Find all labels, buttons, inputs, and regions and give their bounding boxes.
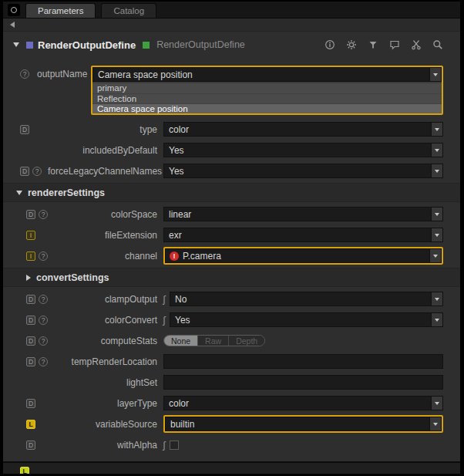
param-row-withAlpha: D withAlpha ʃ — [3, 434, 460, 455]
state-badges: D ? — [26, 357, 54, 366]
outputName-dropdown[interactable]: Camera space position — [92, 67, 442, 82]
tempRenderLocation-input[interactable] — [163, 354, 443, 369]
includedByDefault-value: Yes — [164, 145, 431, 156]
group-label: convertSettings — [36, 272, 109, 283]
fileExtension-dropdown[interactable]: exr — [163, 228, 443, 242]
default-state-badge: D — [26, 399, 35, 408]
outputName-combo-open: Camera space position primary Reflection… — [92, 67, 442, 113]
layerType-dropdown[interactable]: color — [163, 396, 443, 410]
help-badge-icon: ? — [39, 357, 48, 366]
help-badge-icon: ? — [39, 295, 48, 304]
local-state-badge: L — [26, 420, 35, 429]
param-label: tempRenderLocation — [54, 356, 163, 367]
help-badge-icon: ? — [39, 210, 48, 219]
tab-parameters[interactable]: Parameters — [25, 3, 96, 18]
node-icon — [8, 4, 20, 16]
comment-icon[interactable] — [389, 39, 400, 50]
dropdown-arrow-icon[interactable] — [431, 228, 442, 241]
node-status-swatch — [143, 42, 150, 49]
dropdown-arrow-icon[interactable] — [431, 397, 442, 410]
colorConvert-dropdown[interactable]: Yes — [170, 312, 443, 327]
segment-depth[interactable]: Depth — [228, 336, 264, 346]
tab-catalog[interactable]: Catalog — [101, 3, 156, 18]
param-row-lightSet: lightSet — [3, 372, 460, 393]
variableSource-dropdown[interactable]: builtin — [165, 417, 442, 431]
panel-frame: Parameters Catalog RenderOutputDefine Re… — [3, 2, 460, 474]
node-type-label: RenderOutputDefine — [156, 39, 245, 50]
type-dropdown[interactable]: color — [163, 122, 443, 137]
info-icon[interactable] — [324, 39, 335, 50]
filter-icon[interactable] — [368, 39, 378, 50]
error-icon: ! — [170, 252, 179, 261]
includedByDefault-dropdown[interactable]: Yes — [163, 143, 443, 157]
group-convertSettings[interactable]: convertSettings — [3, 268, 460, 287]
lightSet-input[interactable] — [163, 375, 443, 390]
clampOutput-dropdown[interactable]: No — [170, 292, 443, 306]
header-toolbar — [324, 39, 452, 50]
colorConvert-value: Yes — [170, 315, 431, 326]
type-value: color — [164, 124, 431, 135]
clipped-next-row: L — [3, 461, 460, 474]
param-label: outputName — [37, 66, 91, 83]
dropdown-arrow-icon[interactable] — [429, 68, 441, 81]
channel-dropdown[interactable]: ! P.camera — [165, 248, 442, 263]
expression-state-icon: ʃ — [159, 314, 170, 326]
param-row-computeStats: D ? computeStats None Raw Depth — [3, 330, 460, 351]
param-label: lightSet — [54, 377, 163, 388]
withAlpha-checkbox[interactable] — [170, 441, 179, 450]
group-rendererSettings[interactable]: rendererSettings — [3, 183, 460, 202]
group-open-triangle-icon — [16, 191, 22, 195]
group-closed-triangle-icon — [26, 275, 31, 281]
segment-none[interactable]: None — [164, 336, 197, 346]
param-label: colorSpace — [54, 209, 163, 220]
state-badges: ? — [20, 69, 37, 79]
parameters-panel: Parameters Catalog RenderOutputDefine Re… — [0, 0, 464, 476]
segment-raw[interactable]: Raw — [197, 336, 228, 346]
colorSpace-value: linear — [164, 209, 431, 220]
gear-icon[interactable] — [346, 39, 357, 50]
back-arrow-icon[interactable] — [10, 22, 15, 28]
dropdown-option-selected[interactable]: Camera space position — [92, 103, 442, 113]
outputName-option-list: primary Reflection Camera space position — [92, 82, 442, 113]
help-badge-icon: ? — [39, 336, 48, 346]
param-label: layerType — [54, 398, 163, 409]
param-row-outputName: ? outputName Camera space position prima… — [3, 66, 460, 115]
node-title: RenderOutputDefine — [38, 39, 136, 51]
state-badges: D — [20, 125, 48, 134]
param-label: channel — [54, 251, 163, 262]
param-label: includedByDefault — [48, 145, 163, 156]
help-badge-icon: ? — [39, 252, 48, 261]
state-badges: I ? — [26, 252, 54, 261]
local-state-badge: L — [20, 467, 29, 474]
channel-value: P.camera — [179, 251, 429, 262]
search-icon[interactable] — [432, 39, 443, 50]
dropdown-arrow-icon[interactable] — [429, 249, 441, 262]
default-state-badge: D — [26, 295, 35, 304]
colorSpace-dropdown[interactable]: linear — [163, 207, 443, 221]
state-badges: D — [26, 399, 54, 408]
incoming-state-badge: I — [26, 231, 35, 240]
help-badge-icon: ? — [32, 167, 42, 176]
dropdown-arrow-icon[interactable] — [429, 417, 441, 430]
collapse-triangle-icon[interactable] — [13, 42, 19, 47]
dropdown-arrow-icon[interactable] — [431, 143, 442, 157]
variableSource-highlight: builtin — [163, 415, 443, 433]
layerType-value: color — [164, 398, 431, 409]
param-label: fileExtension — [54, 230, 163, 241]
clampOutput-value: No — [170, 294, 431, 305]
history-bar — [3, 19, 460, 32]
forceLegacyChannelNames-dropdown[interactable]: Yes — [163, 164, 443, 178]
default-state-badge: D — [26, 336, 35, 346]
dropdown-arrow-icon[interactable] — [431, 292, 442, 306]
dropdown-arrow-icon[interactable] — [431, 164, 442, 177]
dropdown-arrow-icon[interactable] — [431, 123, 442, 136]
state-badges: D — [26, 441, 54, 450]
shears-icon[interactable] — [411, 39, 422, 50]
param-label: variableSource — [54, 419, 163, 430]
dropdown-arrow-icon[interactable] — [431, 208, 442, 221]
dropdown-option[interactable]: Reflection — [92, 93, 442, 103]
param-row-channel: I ? channel ! P.camera — [3, 245, 460, 266]
dropdown-arrow-icon[interactable] — [431, 313, 442, 326]
dropdown-option[interactable]: primary — [92, 83, 442, 93]
param-row-forceLegacyChannelNames: D ? forceLegacyChannelNames Yes — [3, 160, 460, 181]
